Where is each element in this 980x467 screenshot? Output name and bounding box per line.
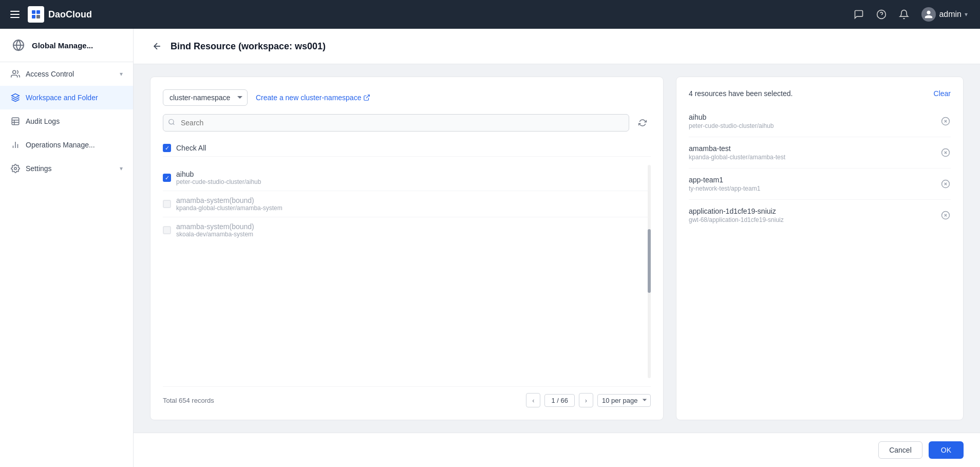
cancel-button[interactable]: Cancel — [878, 441, 922, 459]
check-all-label: Check All — [176, 144, 206, 152]
sidebar-item-access-control[interactable]: Access Control ▾ — [0, 62, 133, 86]
selected-item-amamba-test-info: amamba-test kpanda-global-cluster/amamba… — [689, 144, 785, 161]
help-icon-btn[interactable] — [872, 5, 891, 24]
remove-amamba-test-button[interactable] — [940, 147, 951, 158]
create-cluster-namespace-link[interactable]: Create a new cluster-namespace — [256, 94, 370, 102]
list-item: aihub peter-cude-studio-cluster/aihub — [163, 165, 651, 191]
top-navigation: DaoCloud ad — [0, 0, 980, 29]
settings-label: Settings — [26, 164, 115, 173]
selected-item-aihub-path: peter-cude-studio-cluster/aihub — [689, 122, 774, 129]
selected-item-aihub-info: aihub peter-cude-studio-cluster/aihub — [689, 113, 774, 129]
sidebar-item-settings[interactable]: Settings ▾ — [0, 157, 133, 180]
workspace-folder-icon — [10, 92, 21, 103]
content-footer: Cancel OK — [134, 433, 980, 467]
remove-app-team1-button[interactable] — [940, 179, 951, 189]
settings-chevron-icon: ▾ — [120, 165, 123, 172]
svg-rect-0 — [32, 10, 35, 14]
remove-aihub-button[interactable] — [940, 116, 951, 126]
list-item: amamba-system(bound) kpanda-global-clust… — [163, 191, 651, 217]
selected-item: aihub peter-cude-studio-cluster/aihub — [689, 106, 951, 137]
selected-item: amamba-test kpanda-global-cluster/amamba… — [689, 137, 951, 169]
selected-item-aihub-name: aihub — [689, 113, 774, 121]
right-panel-header: 4 resources have been selected. Clear — [689, 89, 951, 98]
refresh-button[interactable] — [634, 115, 651, 131]
sidebar-item-operations-manage[interactable]: Operations Manage... — [0, 133, 133, 157]
selected-item-application-name: application-1d1cfe19-sniuiz — [689, 207, 784, 215]
items-scroll-area: aihub peter-cude-studio-cluster/aihub am… — [163, 165, 651, 378]
pagination-row: Total 654 records ‹ 1 / 66 › 10 per page… — [163, 386, 651, 407]
search-input[interactable] — [163, 114, 629, 132]
scrollbar-thumb[interactable] — [648, 229, 651, 293]
amamba-system-bound1-name: amamba-system(bound) — [176, 196, 282, 204]
pagination-total: Total 654 records — [163, 397, 522, 404]
sidebar-header: Global Manage... — [0, 29, 133, 62]
selected-item-amamba-test-name: amamba-test — [689, 144, 785, 153]
item-list: aihub peter-cude-studio-cluster/aihub am… — [163, 165, 651, 243]
user-menu[interactable]: admin ▾ — [917, 5, 972, 24]
access-control-icon — [10, 69, 21, 79]
topnav-actions: admin ▾ — [850, 5, 972, 24]
amamba-system-bound2-content: amamba-system(bound) skoala-dev/amamba-s… — [176, 222, 254, 238]
selected-item-amamba-test-path: kpanda-global-cluster/amamba-test — [689, 154, 785, 161]
svg-point-8 — [13, 70, 16, 73]
ok-button[interactable]: OK — [929, 441, 964, 459]
sidebar-title: Global Manage... — [32, 41, 93, 50]
menu-icon[interactable] — [8, 9, 22, 20]
main-layout: Global Manage... Access Control ▾ — [0, 29, 980, 467]
content-area: Bind Resource (workspace: ws001) cluster… — [134, 29, 980, 467]
aihub-content: aihub peter-cude-studio-cluster/aihub — [176, 170, 261, 185]
selected-item: app-team1 ty-network-test/app-team1 — [689, 169, 951, 200]
svg-line-21 — [173, 123, 175, 125]
check-all-checkbox[interactable] — [163, 144, 171, 152]
clear-button[interactable]: Clear — [934, 89, 951, 98]
selected-item-application-path: gwt-68/application-1d1cfe19-sniuiz — [689, 216, 784, 223]
page-title: Bind Resource (workspace: ws001) — [171, 41, 326, 52]
message-icon-btn[interactable] — [850, 5, 868, 24]
logo-icon — [28, 6, 44, 23]
search-row — [163, 114, 651, 132]
aihub-path: peter-cude-studio-cluster/aihub — [176, 178, 261, 185]
panel-top-row: cluster-namespacenamespacecluster Create… — [163, 89, 651, 106]
sidebar-item-audit-logs[interactable]: Audit Logs — [0, 109, 133, 133]
selected-item-app-team1-info: app-team1 ty-network-test/app-team1 — [689, 176, 760, 192]
amamba-system-bound1-path: kpanda-global-cluster/amamba-system — [176, 204, 282, 212]
svg-line-19 — [366, 95, 369, 98]
selected-item-application-info: application-1d1cfe19-sniuiz gwt-68/appli… — [689, 207, 784, 223]
svg-marker-9 — [12, 94, 20, 98]
selected-item-app-team1-path: ty-network-test/app-team1 — [689, 185, 760, 192]
check-all-row: Check All — [163, 140, 651, 157]
svg-point-20 — [169, 119, 174, 124]
app-name: DaoCloud — [48, 9, 92, 20]
resource-type-dropdown[interactable]: cluster-namespacenamespacecluster — [163, 89, 248, 106]
app-logo: DaoCloud — [28, 6, 92, 23]
next-page-button[interactable]: › — [579, 393, 593, 407]
operations-manage-label: Operations Manage... — [26, 141, 123, 149]
selected-item-app-team1-name: app-team1 — [689, 176, 760, 184]
sidebar-item-workspace-folder[interactable]: Workspace and Folder — [0, 86, 133, 109]
svg-rect-3 — [36, 15, 40, 18]
selected-resources-panel: 4 resources have been selected. Clear ai… — [676, 77, 964, 420]
amamba-system-bound2-path: skoala-dev/amamba-system — [176, 231, 254, 238]
username: admin — [939, 10, 962, 19]
amamba-system-bound2-name: amamba-system(bound) — [176, 222, 254, 231]
aihub-checkbox[interactable] — [163, 174, 171, 182]
remove-application-button[interactable] — [940, 210, 951, 220]
search-icon — [168, 119, 175, 127]
list-item: amamba-system(bound) skoala-dev/amamba-s… — [163, 217, 651, 243]
prev-page-button[interactable]: ‹ — [526, 393, 540, 407]
amamba-system-bound2-checkbox — [163, 226, 171, 234]
per-page-select[interactable]: 10 per page20 per page50 per page — [597, 394, 651, 407]
svg-rect-10 — [12, 118, 19, 125]
selected-list: aihub peter-cude-studio-cluster/aihub am… — [689, 106, 951, 407]
selected-item: application-1d1cfe19-sniuiz gwt-68/appli… — [689, 200, 951, 231]
user-chevron-icon: ▾ — [965, 11, 968, 18]
selected-count: 4 resources have been selected. — [689, 89, 793, 98]
content-header: Bind Resource (workspace: ws001) — [134, 29, 980, 64]
content-body: cluster-namespacenamespacecluster Create… — [134, 64, 980, 433]
back-button[interactable] — [150, 39, 164, 53]
scrollbar-track — [648, 165, 651, 378]
bell-icon-btn[interactable] — [895, 5, 913, 24]
audit-logs-icon — [10, 116, 21, 126]
aihub-name: aihub — [176, 170, 261, 178]
svg-rect-1 — [36, 10, 40, 14]
